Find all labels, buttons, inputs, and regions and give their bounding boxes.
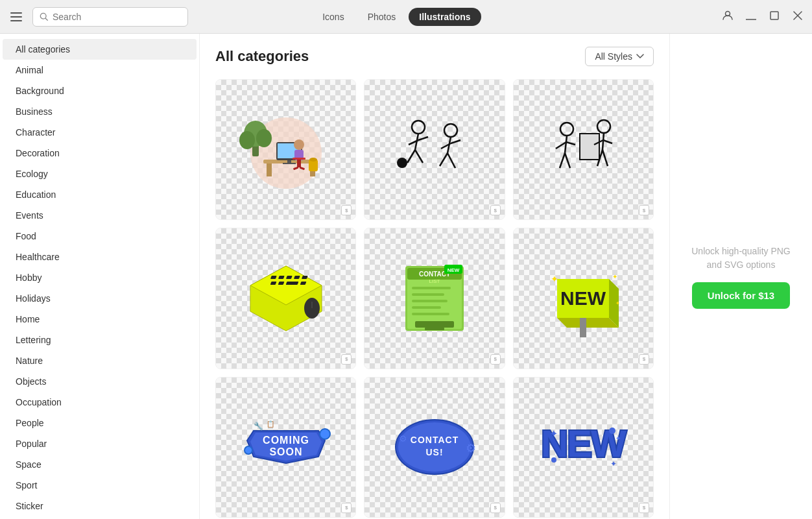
svg-point-92 bbox=[245, 446, 252, 454]
svg-point-19 bbox=[294, 139, 304, 150]
svg-text:US!: US! bbox=[425, 447, 443, 457]
svg-line-44 bbox=[556, 142, 566, 149]
sidebar-item-animal[interactable]: Animal bbox=[3, 60, 197, 80]
search-input[interactable] bbox=[53, 12, 181, 22]
svg-point-105 bbox=[609, 428, 615, 434]
illustration-card-6[interactable]: NEW ✦ ✦ ✦ $ bbox=[513, 228, 654, 368]
svg-text:✦: ✦ bbox=[612, 273, 617, 280]
svg-line-41 bbox=[565, 136, 567, 153]
svg-point-26 bbox=[309, 158, 317, 162]
svg-rect-62 bbox=[285, 282, 298, 285]
sidebar-item-hobby[interactable]: Hobby bbox=[3, 267, 197, 288]
svg-text:✦: ✦ bbox=[615, 435, 621, 442]
svg-line-29 bbox=[407, 150, 415, 163]
sidebar-item-holidays[interactable]: Holidays bbox=[3, 288, 197, 309]
chevron-down-icon bbox=[636, 54, 644, 59]
illustration-card-2[interactable]: $ bbox=[364, 79, 505, 220]
svg-rect-46 bbox=[580, 134, 599, 160]
svg-line-1 bbox=[45, 18, 47, 20]
card-badge-6: $ bbox=[639, 354, 649, 365]
svg-text:COMING: COMING bbox=[263, 435, 309, 446]
sidebar-item-space[interactable]: Space bbox=[3, 454, 197, 475]
tab-photos[interactable]: Photos bbox=[357, 8, 407, 26]
illustration-card-7[interactable]: COMING SOON 🔧 📋 $ bbox=[215, 377, 356, 518]
illustration-card-5[interactable]: CONTACT LIST NEW bbox=[364, 228, 505, 368]
illustration-new-badge-yellow: NEW ✦ ✦ ✦ bbox=[531, 247, 635, 350]
unlock-description: Unlock high-quality PNG and SVG options bbox=[683, 245, 799, 272]
card-badge-5: $ bbox=[490, 354, 501, 365]
svg-text:NEW: NEW bbox=[560, 287, 606, 309]
illustration-contact-list: CONTACT LIST NEW bbox=[383, 247, 486, 350]
svg-rect-74 bbox=[412, 306, 441, 309]
card-badge-2: $ bbox=[490, 205, 501, 215]
svg-text:✦: ✦ bbox=[615, 300, 620, 306]
card-badge-4: $ bbox=[341, 354, 352, 365]
sidebar-item-all-categories[interactable]: All categories bbox=[3, 39, 197, 60]
close-button[interactable] bbox=[791, 11, 804, 23]
svg-line-42 bbox=[560, 153, 565, 168]
svg-marker-82 bbox=[557, 318, 619, 328]
svg-point-27 bbox=[412, 121, 425, 134]
search-box bbox=[32, 7, 188, 27]
svg-rect-73 bbox=[412, 300, 448, 302]
style-filter-label: All Styles bbox=[595, 51, 632, 62]
sidebar-item-lettering[interactable]: Lettering bbox=[3, 330, 197, 350]
svg-line-37 bbox=[448, 153, 455, 168]
sidebar-item-ecology[interactable]: Ecology bbox=[3, 163, 197, 184]
content-header: All categories All Styles bbox=[215, 47, 654, 66]
sidebar-item-education[interactable]: Education bbox=[3, 184, 197, 205]
sidebar-item-food[interactable]: Food bbox=[3, 226, 197, 247]
svg-rect-76 bbox=[415, 321, 454, 328]
illustration-runners bbox=[383, 98, 486, 202]
page-title: All categories bbox=[215, 48, 309, 65]
sidebar-item-background[interactable]: Background bbox=[3, 80, 197, 101]
svg-point-10 bbox=[239, 131, 255, 149]
sidebar-item-objects[interactable]: Objects bbox=[3, 371, 197, 392]
svg-point-91 bbox=[320, 429, 330, 439]
illustration-grid: $ bbox=[215, 79, 654, 519]
nav-tabs: Icons Photos Illustrations bbox=[312, 8, 481, 26]
sidebar-item-business[interactable]: Business bbox=[3, 101, 197, 122]
tab-icons[interactable]: Icons bbox=[312, 8, 354, 26]
illustration-card-3[interactable]: $ bbox=[513, 79, 654, 220]
illustration-card-8[interactable]: CONTACT US! ⚙ ⚙ $ bbox=[364, 377, 505, 518]
sidebar-item-sport[interactable]: Sport bbox=[3, 475, 197, 496]
svg-text:CONTACT: CONTACT bbox=[411, 435, 459, 445]
illustration-card-9[interactable]: NEW ✦ ✦ ✦ $ bbox=[513, 377, 654, 518]
sidebar-item-decoration[interactable]: Decoration bbox=[3, 143, 197, 163]
style-filter-button[interactable]: All Styles bbox=[585, 47, 654, 66]
minimize-button[interactable] bbox=[745, 11, 758, 23]
svg-point-34 bbox=[444, 124, 457, 137]
search-icon bbox=[40, 12, 49, 21]
illustration-card-1[interactable]: $ bbox=[215, 79, 356, 220]
svg-rect-77 bbox=[425, 328, 444, 330]
sidebar-item-sticker[interactable]: Sticker bbox=[3, 496, 197, 516]
sidebar-item-events[interactable]: Events bbox=[3, 205, 197, 226]
illustration-figures bbox=[531, 98, 635, 202]
svg-rect-13 bbox=[267, 163, 272, 176]
tab-illustrations[interactable]: Illustrations bbox=[409, 8, 481, 26]
sidebar-item-popular[interactable]: Popular bbox=[3, 433, 197, 454]
sidebar-item-occupation[interactable]: Occupation bbox=[3, 392, 197, 413]
sidebar-item-home[interactable]: Home bbox=[3, 309, 197, 330]
illustration-coming-soon: COMING SOON 🔧 📋 bbox=[234, 395, 338, 499]
illustration-contact-us: CONTACT US! ⚙ ⚙ bbox=[383, 395, 486, 499]
card-badge-3: $ bbox=[639, 205, 649, 215]
maximize-button[interactable] bbox=[768, 11, 781, 23]
svg-text:📋: 📋 bbox=[267, 420, 275, 428]
sidebar-item-character[interactable]: Character bbox=[3, 122, 197, 143]
illustration-card-4[interactable]: $ bbox=[215, 228, 356, 368]
illustration-new-sticker: NEW ✦ ✦ ✦ bbox=[531, 395, 635, 499]
illustration-office bbox=[234, 98, 338, 202]
svg-text:✦: ✦ bbox=[551, 274, 558, 284]
sidebar-item-people[interactable]: People bbox=[3, 413, 197, 433]
sidebar-item-nature[interactable]: Nature bbox=[3, 350, 197, 371]
svg-text:✦: ✦ bbox=[549, 428, 558, 439]
menu-icon[interactable] bbox=[8, 10, 25, 24]
sidebar-item-symbol[interactable]: Symbol bbox=[3, 516, 197, 519]
account-button[interactable] bbox=[721, 10, 734, 24]
unlock-button[interactable]: Unlock for $13 bbox=[692, 282, 790, 309]
card-badge-9: $ bbox=[639, 503, 649, 513]
sidebar-item-healthcare[interactable]: Healthcare bbox=[3, 247, 197, 267]
svg-point-11 bbox=[256, 129, 272, 147]
